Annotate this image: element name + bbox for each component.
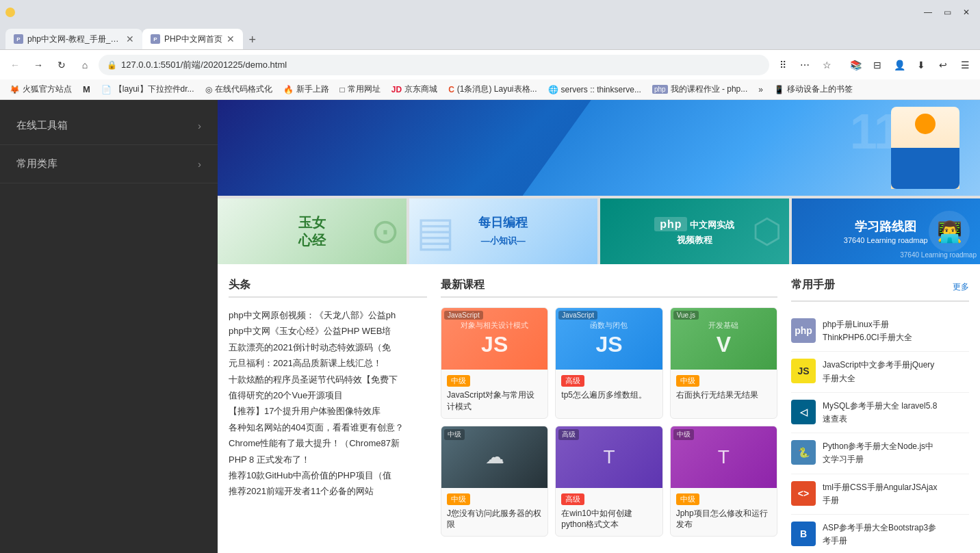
- download-button[interactable]: ⬇: [912, 55, 931, 75]
- news-item[interactable]: 推荐2021前端开发者11个必备的网站: [229, 483, 427, 499]
- minimize-button[interactable]: —: [920, 4, 936, 21]
- card-learning-roadmap[interactable]: 学习路线图 37640 Learning roadmap 👨‍💻 37640 L…: [792, 198, 981, 264]
- course-level: 中级: [676, 375, 699, 387]
- course-card[interactable]: JavaScript 函数与闭包 JS 高级 tp5怎么遍历多维数组。: [555, 307, 662, 419]
- manual-item[interactable]: 🐍 Python参考手册大全Node.js中文学习手册: [791, 433, 969, 474]
- bookmark-jd[interactable]: JD 京东商城: [387, 82, 441, 97]
- news-item[interactable]: 十款炫酷的程序员圣诞节代码特效【免费下: [229, 372, 427, 387]
- manual-item[interactable]: JS JavaScript中文参考手册jQuery手册大全: [791, 352, 969, 392]
- manual-item[interactable]: php php手册Linux手册ThinkPHP6.0CI手册大全: [791, 311, 969, 352]
- tab2-close[interactable]: ✕: [227, 34, 235, 44]
- course-info: 中级 J您没有访问此服务器的权限: [441, 488, 547, 537]
- bookmark-courses[interactable]: php 我的课程作业 - php...: [648, 82, 751, 97]
- manuals-more[interactable]: 更多: [953, 281, 969, 293]
- back-button[interactable]: ←: [5, 55, 25, 75]
- course-name: J您没有访问此服务器的权限: [447, 508, 542, 531]
- course-name: JavaScript对象与常用设计模式: [447, 389, 542, 413]
- news-item[interactable]: Chrome性能有了最大提升！（Chrome87新: [229, 435, 427, 451]
- course-card[interactable]: 中级 T 中级 Jphp项目怎么修改和运行发布: [670, 426, 777, 537]
- forward-button[interactable]: →: [29, 55, 48, 75]
- bookmark-more[interactable]: »: [754, 83, 767, 96]
- course-card[interactable]: 高级 T 高级 在win10中如何创建python格式文本: [555, 426, 662, 537]
- news-item[interactable]: 【推荐】17个提升用户体验图像特效库: [229, 403, 427, 419]
- tab1-favicon: P: [14, 34, 23, 44]
- bookmark-layui[interactable]: 📄 【layui】下拉控件dr...: [97, 82, 198, 97]
- url-input[interactable]: 🔒 127.0.0.1:5501/前端/20201225/demo.html: [99, 55, 769, 75]
- bookmark-newbie[interactable]: 🔥 新手上路: [279, 82, 333, 97]
- course-card[interactable]: Vue.js 开发基础 V 中级 右面执行无结果无结果: [670, 307, 777, 419]
- title-bar: — ▭ ✕: [0, 0, 980, 25]
- manual-item[interactable]: B ASP参考手册大全Bootstrap3参考手册: [791, 515, 969, 553]
- course-card[interactable]: 中级 ☁ 中级 J您没有访问此服务器的权限: [441, 426, 548, 537]
- course-info: 中级 JavaScript对象与常用设计模式: [441, 370, 547, 418]
- manual-text: MySQL参考手册大全 laravel5.8速查表: [823, 400, 937, 426]
- news-item[interactable]: php中文网原创视频：《天龙八部》公益ph: [229, 307, 427, 323]
- window-controls[interactable]: — ▭ ✕: [920, 4, 975, 21]
- course-level: 中级: [447, 493, 470, 505]
- bookmark-layui-table[interactable]: C (1条消息) Layui表格...: [444, 82, 541, 97]
- tab1-close[interactable]: ✕: [126, 34, 134, 44]
- manual-icon: 🐍: [791, 440, 816, 465]
- news-item[interactable]: 值得研究的20个Vue开源项目: [229, 387, 427, 403]
- course-tag: JavaScript: [558, 311, 597, 320]
- bookmark-mobile[interactable]: 📱 移动设备上的书签: [770, 82, 857, 97]
- bookmark-icon: 📄: [101, 85, 112, 94]
- new-tab-button[interactable]: +: [243, 30, 262, 49]
- split-button[interactable]: ⊟: [868, 55, 887, 75]
- sidebar-item-toolbox[interactable]: 在线工具箱 ›: [0, 107, 218, 145]
- course-card[interactable]: JavaScript 对象与相关设计模式 JS 中级 JavaScript对象与…: [441, 307, 548, 419]
- manual-icon: php: [791, 318, 816, 343]
- bookmark-icon: JD: [391, 85, 402, 94]
- extensions-button[interactable]: ⠿: [773, 55, 792, 75]
- bookmark-label: (1条消息) Layui表格...: [457, 83, 537, 95]
- course-tag: 中级: [444, 429, 465, 440]
- tab-1[interactable]: P php中文网-教程_手册_视频-类... ✕: [5, 29, 142, 49]
- banner-section: 1177: [218, 100, 980, 196]
- manual-item[interactable]: ◁ MySQL参考手册大全 laravel5.8速查表: [791, 393, 969, 433]
- more-button[interactable]: ⋯: [795, 55, 814, 75]
- bookmark-servers[interactable]: 🌐 servers :: thinkserve...: [544, 83, 645, 96]
- bookmark-icon: php: [652, 85, 668, 94]
- course-tag: 高级: [558, 429, 579, 440]
- news-item[interactable]: php中文网《玉女心经》公益PHP WEB培: [229, 323, 427, 339]
- card3-title: php 中文网实战 视频教程: [654, 216, 734, 247]
- banner-main[interactable]: 1177: [218, 100, 980, 196]
- course-level: 中级: [676, 493, 699, 505]
- card-php-practice[interactable]: php 中文网实战 视频教程 ⬡: [600, 198, 792, 264]
- card2-title: 每日编程—小知识—: [478, 214, 528, 248]
- course-level: 中级: [447, 375, 470, 387]
- bookmark-label: servers :: thinkserve...: [561, 85, 641, 94]
- card4-subtitle: 37640 Learning roadmap: [844, 236, 928, 244]
- profile-button[interactable]: 👤: [890, 55, 909, 75]
- tab1-title: php中文网-教程_手册_视频-类...: [27, 34, 122, 45]
- reload-button[interactable]: ↻: [52, 55, 71, 75]
- close-window-button[interactable]: ✕: [958, 4, 975, 21]
- bookmark-m[interactable]: M: [79, 83, 94, 96]
- bookmark-common[interactable]: □ 常用网址: [336, 82, 385, 97]
- sidebar-button[interactable]: 📚: [846, 55, 865, 75]
- course-name: tp5怎么遍历多维数组。: [561, 389, 656, 401]
- bookmarks-bar: 🦊 火狐官方站点 M 📄 【layui】下拉控件dr... ◎ 在线代码格式化 …: [0, 79, 980, 100]
- home-button[interactable]: ⌂: [75, 55, 94, 75]
- history-back[interactable]: ↩: [933, 55, 953, 75]
- course-level: 高级: [561, 375, 584, 387]
- browser-actions: 📚 ⊟ 👤 ⬇ ↩ ☰: [846, 55, 975, 75]
- card-daily-coding[interactable]: 每日编程—小知识— ▤: [409, 198, 601, 264]
- maximize-button[interactable]: ▭: [939, 4, 955, 21]
- sidebar-item-library[interactable]: 常用类库 ›: [0, 145, 218, 183]
- manual-item[interactable]: <> tml手册CSS手册AngularJSAjax手册: [791, 474, 969, 515]
- news-item[interactable]: 各种知名网站的404页面，看看谁更有创意？: [229, 420, 427, 435]
- news-item[interactable]: 元旦福利：2021高品质新课上线汇总！: [229, 355, 427, 371]
- sidebar-library-arrow: ›: [198, 158, 201, 170]
- news-item[interactable]: 五款漂亮的2021倒计时动态特效源码（免: [229, 339, 427, 355]
- tab-2[interactable]: P PHP中文网首页 ✕: [142, 29, 243, 49]
- bookmark-format[interactable]: ◎ 在线代码格式化: [201, 82, 276, 97]
- bookmark-firefox[interactable]: 🦊 火狐官方站点: [5, 82, 76, 97]
- news-item[interactable]: 推荐10款GitHub中高价值的PHP项目（值: [229, 467, 427, 483]
- bookmark-button[interactable]: ☆: [817, 55, 836, 75]
- bookmark-label: 我的课程作业 - php...: [671, 83, 748, 95]
- menu-button[interactable]: ☰: [955, 55, 975, 75]
- news-item[interactable]: PHP 8 正式发布了！: [229, 452, 427, 467]
- card-yuenxinjing[interactable]: 玉女心经 ⊙: [218, 198, 409, 264]
- card1-title: 玉女心经: [298, 214, 326, 249]
